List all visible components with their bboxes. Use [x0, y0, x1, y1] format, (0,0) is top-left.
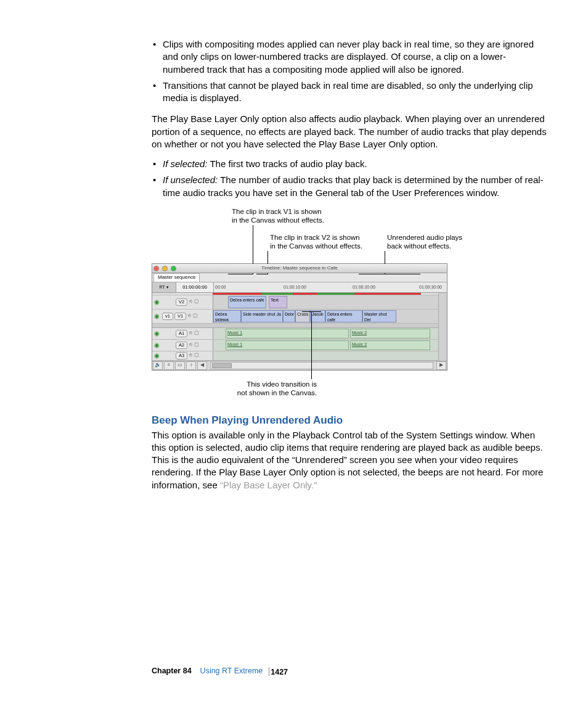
toggle-clip-overlays-icon[interactable]: ≡: [164, 361, 174, 370]
auto-select-icon[interactable]: ▢: [192, 313, 198, 319]
bullet-text: Transitions that cannot be played back i…: [163, 80, 533, 103]
scroll-right-icon[interactable]: ▶: [436, 361, 446, 370]
track-label[interactable]: A2: [176, 342, 187, 349]
leader-line: [311, 311, 312, 379]
track-lane[interactable]: [213, 351, 438, 360]
auto-select-icon[interactable]: ▢: [194, 330, 200, 337]
vertical-scrollbar[interactable]: [438, 293, 447, 361]
lock-icon[interactable]: ⎋: [187, 352, 194, 359]
clip-audio[interactable]: Music 2: [350, 340, 430, 350]
auto-select-icon[interactable]: ▢: [194, 342, 200, 348]
zoom-slider-icon[interactable]: ⟊: [186, 361, 196, 370]
bullet-rest: The first two tracks of audio play back.: [208, 158, 367, 169]
callout-v2: The clip in track V2 is shown in the Can…: [270, 234, 362, 251]
lock-icon[interactable]: ⎋: [186, 313, 192, 319]
window-title: Timeline: Master sequence in Cafe: [152, 265, 447, 272]
source-label[interactable]: v1: [162, 313, 173, 320]
callout-transition: This video transition is not shown in th…: [237, 380, 317, 398]
callout-line: in the Canvas without effects.: [232, 216, 324, 224]
bullet-lead: If selected:: [163, 158, 208, 169]
scroll-thumb[interactable]: [212, 363, 232, 368]
track-row-a2: ◉ A2 ⎋ ▢ Music 1 Music 2: [152, 340, 438, 351]
scroll-left-icon[interactable]: ◀: [197, 361, 207, 370]
clip-transition[interactable]: Cross: [295, 310, 310, 322]
visibility-icon[interactable]: ◉: [152, 298, 161, 306]
lock-icon[interactable]: ⎋: [187, 298, 194, 305]
track-lane[interactable]: Debra enters cafe Text: [213, 295, 438, 309]
bullet-list-top: Clips with compositing modes applied can…: [152, 38, 547, 104]
track-row-a1: ◉ A1 ⎋ ▢ Music 1 Music 2: [152, 328, 438, 340]
auto-select-icon[interactable]: ▢: [194, 298, 200, 305]
track-row-v1: ◉ v1 V1 ⎋ ▢ Debra sidewa Side master sho…: [152, 310, 438, 324]
visibility-icon[interactable]: ◉: [152, 312, 161, 321]
paragraph-text: This option is available only in the Pla…: [152, 430, 543, 490]
ruler-tick: 01:00:20:00: [353, 284, 375, 290]
leader-line: [302, 311, 321, 312]
mute-icon[interactable]: 🔈: [153, 361, 163, 370]
timeline-body: ◉ V2 ⎋ ▢ Debra enters cafe Text: [152, 293, 447, 361]
render-seg-green: [262, 293, 293, 295]
audible-icon[interactable]: ◉: [152, 329, 161, 338]
clip-audio[interactable]: Music 2: [350, 329, 430, 339]
callout-line: not shown in the Canvas.: [237, 389, 317, 396]
rt-popup[interactable]: RT ▾: [152, 282, 176, 292]
track-label[interactable]: A1: [176, 330, 187, 337]
callout-line: This video transition is: [247, 380, 317, 388]
callout-line: The clip in track V2 is shown: [270, 234, 360, 241]
leader-line: [228, 274, 253, 274]
lock-icon[interactable]: ⎋: [187, 342, 194, 348]
clip-v1[interactable]: Debra enters cafe: [325, 310, 362, 322]
track-header: ◉ v1 V1 ⎋ ▢: [152, 310, 213, 323]
chapter-title: Using RT Extreme: [200, 666, 263, 676]
callout-line: back without effects.: [387, 242, 451, 250]
auto-select-icon[interactable]: ▢: [194, 352, 200, 359]
track-lane[interactable]: Music 1 Music 2: [213, 340, 438, 351]
render-seg-red: [293, 293, 317, 295]
ruler-tick: 01:00:30:00: [419, 284, 442, 290]
audible-icon[interactable]: ◉: [152, 341, 161, 350]
track-label[interactable]: A3: [176, 352, 187, 359]
cross-reference-link[interactable]: “Play Base Layer Only.”: [220, 480, 317, 490]
body-text: Clips with compositing modes applied can…: [152, 38, 547, 199]
clip-v2-2[interactable]: Text: [269, 296, 287, 308]
track-header: ◉ A1 ⎋ ▢: [152, 328, 213, 339]
clip-audio[interactable]: Music 1: [226, 340, 349, 350]
track-lane[interactable]: Music 1 Music 2: [213, 328, 438, 339]
track-label[interactable]: V1: [174, 313, 186, 320]
audible-icon[interactable]: ◉: [152, 351, 161, 360]
clip-v1[interactable]: Side master shot Ja: [241, 310, 283, 322]
callout-v1: The clip in track V1 is shown in the Can…: [232, 208, 324, 225]
bullet-text: Clips with compositing modes applied can…: [163, 39, 534, 75]
ruler-tick: 00:00: [215, 284, 226, 290]
track-divider: [152, 324, 438, 328]
track-lane[interactable]: Debra sidewa Side master shot Ja Debr Cr…: [213, 310, 438, 323]
bullet-item: If selected: The first two tracks of aud…: [152, 158, 547, 170]
render-seg-green: [317, 293, 354, 295]
timeline-window: Timeline: Master sequence in Cafe Master…: [152, 263, 447, 371]
track-label[interactable]: V2: [176, 298, 187, 306]
clip-v1[interactable]: Debr: [283, 310, 295, 322]
clip-v1[interactable]: Jacob: [310, 310, 325, 322]
track-row-v2: ◉ V2 ⎋ ▢ Debra enters cafe Text: [152, 295, 438, 310]
clip-v1[interactable]: Master shot Del: [362, 310, 396, 322]
render-seg-red: [354, 293, 421, 295]
clip-audio[interactable]: Music 1: [226, 329, 349, 339]
chapter-label: Chapter 84: [152, 666, 192, 676]
lock-icon[interactable]: ⎋: [187, 330, 194, 337]
sequence-tab[interactable]: Master sequence: [153, 273, 200, 282]
callout-line: in the Canvas without effects.: [270, 242, 362, 250]
clip-v2-1[interactable]: Debra enters cafe: [228, 296, 266, 308]
clip-v1[interactable]: Debra sidewa: [213, 310, 241, 322]
ruler-tick: 01:00:10:00: [284, 284, 306, 290]
bullet-item: If unselected: The number of audio track…: [152, 174, 547, 199]
track-height-icon[interactable]: ▭: [175, 361, 185, 370]
time-ruler[interactable]: 00:00 01:00:10:00 01:00:20:00 01:00:30:0…: [214, 282, 447, 292]
ruler-row: RT ▾ 01:00:00:00 00:00 01:00:10:00 01:00…: [152, 282, 447, 293]
timeline-left: ◉ V2 ⎋ ▢ Debra enters cafe Text: [152, 293, 438, 361]
track-header: ◉ V2 ⎋ ▢: [152, 295, 213, 309]
timeline-footer: 🔈 ≡ ▭ ⟊ ◀ ▶: [152, 361, 447, 370]
horizontal-scrollbar[interactable]: [210, 362, 433, 369]
track-header: ◉ A3 ⎋ ▢: [152, 351, 213, 360]
timecode-field[interactable]: 01:00:00:00: [176, 282, 214, 292]
leader-line: [359, 274, 420, 274]
